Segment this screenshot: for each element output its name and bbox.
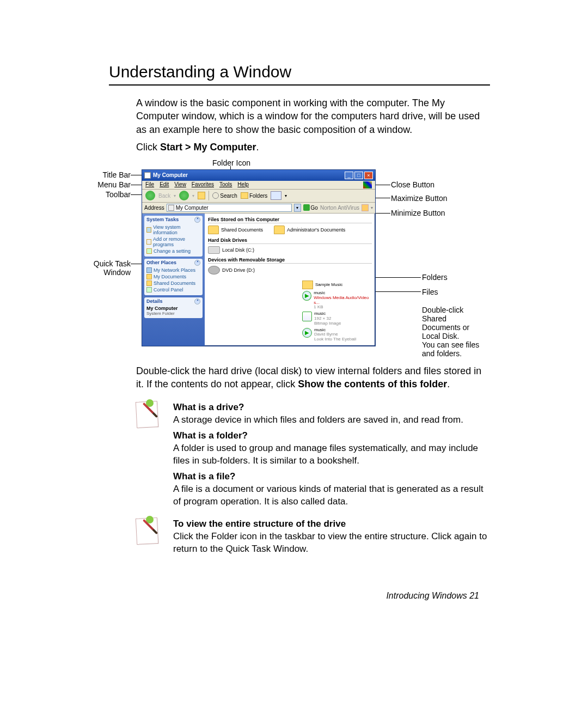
label-quick-task-l1: Quick Task bbox=[76, 259, 131, 269]
views-button[interactable] bbox=[271, 191, 281, 200]
control-panel-icon bbox=[146, 287, 152, 292]
label-quick-task-l2: Window bbox=[76, 268, 131, 278]
note1-h2: What is a folder? bbox=[173, 430, 490, 442]
forward-dropdown[interactable]: ▾ bbox=[192, 193, 194, 198]
link-view-system-info-label: View system information bbox=[153, 224, 200, 235]
collapse-icon[interactable]: ˄ bbox=[194, 298, 200, 304]
item-admin-documents[interactable]: Administrator's Documents bbox=[274, 226, 345, 234]
preview-folder-label: Sample Music bbox=[315, 282, 342, 287]
item-dvd-drive[interactable]: DVD Drive (D:) bbox=[208, 266, 255, 275]
section-files-stored: Files Stored on This Computer bbox=[208, 217, 372, 223]
link-add-remove-label: Add or remove programs bbox=[153, 236, 200, 247]
close-button[interactable]: × bbox=[364, 172, 373, 179]
folder-icon bbox=[208, 226, 219, 234]
address-icon bbox=[168, 205, 174, 211]
toolbar: Back ▾ ▾ Search Folders ▾ bbox=[142, 190, 375, 203]
preview-file-1-meta2: 1 KB bbox=[314, 305, 373, 310]
preview-file-2[interactable]: music192 × 32Bitmap Image bbox=[302, 312, 373, 326]
preview-file-1-meta1: Windows Media Audio/Video s... bbox=[314, 296, 373, 306]
label-dbl4: Local Disk. bbox=[422, 332, 459, 342]
minimize-button[interactable]: _ bbox=[345, 172, 353, 179]
windows-logo-icon bbox=[363, 181, 372, 188]
click-instruction: Click Start > My Computer. bbox=[136, 142, 490, 153]
link-change-setting[interactable]: Change a setting bbox=[146, 248, 200, 254]
panel-details: Details˄ My Computer System Folder bbox=[144, 297, 203, 318]
section-hard-disk: Hard Disk Drives bbox=[208, 237, 372, 244]
preview-file-3-meta2: Look Into The Eyeball bbox=[314, 337, 356, 342]
search-label: Search bbox=[220, 193, 237, 199]
item-local-disk[interactable]: Local Disk (C:) bbox=[208, 246, 254, 254]
link-add-remove[interactable]: Add or remove programs bbox=[146, 236, 200, 248]
para2-c: . bbox=[447, 379, 450, 389]
page-footer: Introducing Windows 21 bbox=[386, 591, 479, 601]
go-button[interactable]: Go bbox=[303, 204, 318, 211]
programs-icon bbox=[146, 239, 151, 245]
folders-label: Folders bbox=[249, 193, 267, 199]
link-network-places-label: My Network Places bbox=[154, 267, 195, 273]
maximize-button[interactable]: □ bbox=[354, 172, 363, 179]
menu-file[interactable]: File bbox=[145, 181, 154, 188]
folders-button[interactable]: Folders bbox=[241, 192, 267, 199]
go-label: Go bbox=[311, 205, 318, 211]
link-control-panel[interactable]: Control Panel bbox=[146, 287, 200, 293]
preview-folder[interactable]: Sample Music bbox=[302, 281, 373, 289]
titlebar[interactable]: My Computer _ □ × bbox=[142, 170, 375, 181]
address-bar: Address My Computer ▾ Go Norton AntiViru… bbox=[142, 203, 375, 214]
intro-paragraph: A window is the basic component in worki… bbox=[136, 96, 490, 136]
norton-icon[interactable] bbox=[362, 204, 369, 211]
note1-p2: A folder is used to group and manage fil… bbox=[173, 442, 490, 467]
folder-icon bbox=[146, 281, 152, 286]
page-title: Understanding a Window bbox=[109, 63, 490, 81]
link-control-panel-label: Control Panel bbox=[154, 287, 183, 292]
link-shared-documents[interactable]: Shared Documents bbox=[146, 280, 200, 287]
address-field[interactable]: My Computer bbox=[167, 204, 292, 212]
item-shared-documents[interactable]: Shared Documents bbox=[208, 226, 263, 234]
network-icon bbox=[146, 267, 152, 273]
label-dbl3: Documents or bbox=[422, 323, 469, 333]
menu-edit[interactable]: Edit bbox=[160, 181, 169, 188]
details-title: Details bbox=[146, 298, 163, 304]
menu-help[interactable]: Help bbox=[237, 181, 249, 188]
back-dropdown[interactable]: ▾ bbox=[174, 193, 176, 198]
panel-other-places: Other Places˄ My Network Places My Docum… bbox=[144, 259, 203, 295]
link-my-documents-label: My Documents bbox=[154, 274, 186, 279]
label-folders: Folders bbox=[422, 273, 448, 283]
system-tasks-title: System Tasks bbox=[146, 217, 179, 223]
label-dbl1: Double-click bbox=[422, 306, 463, 315]
window-diagram: Folder Icon Title Bar Menu Bar Toolbar Q… bbox=[76, 159, 490, 355]
section-removable: Devices with Removable Storage bbox=[208, 257, 372, 264]
drive-icon bbox=[208, 246, 220, 254]
other-places-title: Other Places bbox=[146, 260, 176, 266]
preview-overlay: Sample Music ▶ musicWindows Media Audio/… bbox=[302, 281, 373, 344]
preview-file-1[interactable]: ▶ musicWindows Media Audio/Video s...1 K… bbox=[302, 291, 373, 310]
address-dropdown[interactable]: ▾ bbox=[294, 204, 301, 212]
window-title: My Computer bbox=[153, 172, 342, 178]
label-minimize-button: Minimize Button bbox=[391, 209, 445, 218]
forward-button[interactable] bbox=[179, 191, 189, 200]
note-block-1: What is a drive? A storage device in whi… bbox=[136, 401, 490, 508]
search-button[interactable]: Search bbox=[212, 192, 237, 199]
menu-view[interactable]: View bbox=[174, 181, 186, 188]
setting-icon bbox=[146, 248, 152, 254]
link-change-setting-label: Change a setting bbox=[154, 248, 191, 254]
preview-file-3[interactable]: ▶ musicDavid ByrneLook Into The Eyeball bbox=[302, 328, 373, 342]
link-view-system-info[interactable]: View system information bbox=[146, 224, 200, 236]
link-my-documents[interactable]: My Documents bbox=[146, 273, 200, 280]
note-block-2: To view the entire structure of the driv… bbox=[136, 518, 490, 556]
label-dbl2: Shared bbox=[422, 314, 446, 324]
label-files: Files bbox=[422, 288, 438, 297]
item-local-disk-label: Local Disk (C:) bbox=[222, 247, 254, 253]
menu-favorites[interactable]: Favorites bbox=[192, 181, 214, 188]
collapse-icon[interactable]: ˄ bbox=[194, 217, 200, 223]
up-button[interactable] bbox=[198, 192, 205, 199]
norton-label: Norton AntiVirus bbox=[320, 205, 359, 211]
paragraph-2: Double-click the hard drive (local disk)… bbox=[136, 364, 490, 391]
note2-h: To view the entire structure of the driv… bbox=[173, 518, 490, 531]
back-button[interactable] bbox=[145, 191, 155, 200]
folder-icon bbox=[274, 226, 285, 234]
menu-tools[interactable]: Tools bbox=[219, 181, 232, 188]
link-network-places[interactable]: My Network Places bbox=[146, 267, 200, 273]
details-item-sub: System Folder bbox=[146, 311, 200, 316]
collapse-icon[interactable]: ˄ bbox=[194, 260, 200, 266]
label-title-bar: Title Bar bbox=[76, 170, 131, 180]
